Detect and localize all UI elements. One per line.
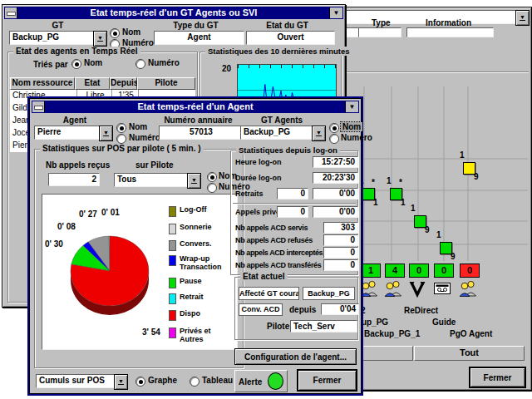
legend-item: Convers. xyxy=(169,239,235,251)
agent-icon[interactable] xyxy=(359,278,381,300)
resource-label: Guide xyxy=(432,318,456,327)
agent-icon[interactable] xyxy=(458,278,480,300)
agent-combobox[interactable]: Pierre xyxy=(34,126,104,140)
gt-combobox-arrow-icon[interactable] xyxy=(93,31,107,47)
titlebar-dropdown-icon[interactable]: ▼ xyxy=(345,101,358,112)
agent-combobox-arrow-icon[interactable] xyxy=(99,126,113,141)
yaxis-max-label: 20 xyxy=(222,64,231,73)
node-top-count: 1 xyxy=(436,230,441,239)
pie-label-convers: 0' 27 xyxy=(79,209,97,219)
stat-label: Retraits xyxy=(235,190,264,198)
redirect-icon[interactable] xyxy=(407,278,429,300)
cumuls-combobox[interactable]: Cumuls sur POS xyxy=(36,374,119,388)
agent-nom-radio[interactable] xyxy=(116,123,126,133)
depuis-value: 0'04 xyxy=(321,303,359,315)
legend-item: Dispo xyxy=(169,309,235,321)
legend-swatch-logoff xyxy=(169,206,176,217)
col-nom-ressource[interactable]: Nom ressource xyxy=(10,77,75,90)
legend-swatch-wrapup xyxy=(169,255,176,266)
annuaire-value: 57013 xyxy=(159,126,244,140)
etat-conv-box: Conv. ACD xyxy=(239,303,283,316)
stat-value: 0'00 xyxy=(313,206,358,218)
stats-group-title: Statistiques des 10 dernières minutes xyxy=(205,47,352,56)
stat-label: Nb appels ACD interceptés xyxy=(235,249,323,257)
window-agent-realtime: Etat temps-réel d'un Agent ▼ Agent Pierr… xyxy=(29,98,362,394)
group-divider xyxy=(233,203,356,204)
node-bottom-count: 9 xyxy=(474,172,479,181)
pilote-combobox-arrow-icon[interactable] xyxy=(187,173,201,189)
type-gt-value: Agent xyxy=(154,31,244,45)
stat-label: Heure log-on xyxy=(235,158,282,166)
gt-agents-combobox-arrow-icon[interactable] xyxy=(312,126,326,141)
stat-count: 0 xyxy=(277,206,308,218)
logon-stats-group: Statistiques depuis log-on Heure log-on … xyxy=(230,150,358,275)
node-top-count: 1 xyxy=(460,150,465,160)
pilote-nom-radio[interactable] xyxy=(207,172,217,182)
queue-counter: 1 xyxy=(361,264,381,278)
gt-label: GT xyxy=(9,21,106,30)
logon-group-title: Statistiques depuis log-on xyxy=(236,145,340,155)
nb-recus-label: Nb appels reçus xyxy=(46,160,110,170)
legend-item: Privés et Autres xyxy=(169,327,235,343)
titlebar-agent[interactable]: Etat temps-réel d'un Agent ▼ xyxy=(32,101,359,113)
agent-icon[interactable] xyxy=(383,278,405,300)
gtagents-nom-radio[interactable] xyxy=(329,123,339,133)
node-top-count: 1 xyxy=(411,204,416,213)
etat-actuel-title: Etat actuel xyxy=(240,272,288,281)
titlebar-dropdown-icon[interactable]: ▼ xyxy=(329,7,342,18)
gt-combobox[interactable]: Backup_PG xyxy=(9,31,98,45)
titlebar-gt[interactable]: Etat temps-réel d'un GT Agents ou SVI ▼ xyxy=(4,7,343,19)
gtagents-numero-label: Numéro xyxy=(341,133,372,142)
col-etat[interactable]: Etat xyxy=(75,77,110,90)
depuis-label: depuis xyxy=(289,305,316,314)
queue-counter: 0 xyxy=(409,264,429,278)
col-pilote[interactable]: Pilote xyxy=(137,77,195,90)
etat-gt-value: Ouvert xyxy=(246,31,335,45)
legend-swatch-prives xyxy=(169,328,176,338)
legend-swatch-pause xyxy=(169,278,176,288)
cumuls-combobox-arrow-icon[interactable] xyxy=(114,374,128,390)
agent-label: Agent xyxy=(34,116,116,125)
gt-agents-combobox[interactable]: Backup_PG xyxy=(240,126,317,140)
stat-value: 15:27:50 xyxy=(313,156,358,168)
announcement-icon[interactable] xyxy=(432,278,454,300)
pie-label-sonnerie: 0' 01 xyxy=(101,208,120,217)
sort-numero-label: Numéro xyxy=(148,58,180,67)
sort-nom-label: Nom xyxy=(84,58,102,67)
pilote-numero-radio[interactable] xyxy=(207,183,217,193)
nb-recus-value: 2 xyxy=(48,173,100,186)
system-menu-icon[interactable] xyxy=(32,101,45,112)
pilote-combobox[interactable]: Tous xyxy=(114,173,192,187)
etat-actuel-group: Etat actuel Affecté GT courant Backup_PG… xyxy=(234,277,358,340)
fermer-button-overview[interactable]: Fermer xyxy=(470,367,525,387)
fermer-button-agent[interactable]: Fermer xyxy=(298,370,357,391)
queue-counter: 0 xyxy=(434,264,454,278)
col-depuis[interactable]: Depuis xyxy=(110,77,137,90)
sort-numero-radio[interactable] xyxy=(135,59,145,69)
node-top-count: 1 xyxy=(387,176,392,185)
stat-value: 303 xyxy=(323,222,358,234)
system-menu-icon[interactable] xyxy=(5,7,17,18)
legend-item: Pause xyxy=(169,277,235,288)
graphe-radio[interactable] xyxy=(135,377,145,387)
stat-count: 0 xyxy=(277,188,308,200)
call-flow-diagram: 191*11*11919140002ReDirectBackup_PGGuide… xyxy=(340,7,531,390)
agent-numero-radio[interactable] xyxy=(116,134,126,144)
etat-gt-label: Etat du GT xyxy=(246,21,328,30)
stat-label: Durée log-on xyxy=(235,174,282,182)
tableau-radio[interactable] xyxy=(190,377,200,387)
pos-group-title: Statistiques sur POS par pilote ( 5 min.… xyxy=(40,144,204,153)
gtagents-numero-radio[interactable] xyxy=(329,134,339,144)
sort-label: Triés par xyxy=(33,60,68,69)
gt-agents-label: GT Agents xyxy=(240,116,323,125)
node-bottom-count: 1 xyxy=(373,198,378,207)
gt-nom-radio[interactable] xyxy=(110,28,120,38)
pilote-label: Pilote xyxy=(267,322,289,331)
gt-courant-box: Backup_PG xyxy=(303,287,355,300)
stat-value: 0 xyxy=(323,247,358,259)
legend-swatch-sonnerie xyxy=(169,224,176,234)
tout-bar[interactable]: Tout xyxy=(414,346,525,361)
configuration-agent-button[interactable]: Configuration de l'agent... xyxy=(234,348,357,365)
sort-nom-radio[interactable] xyxy=(71,59,81,69)
pie-label-wrapup: 0' 08 xyxy=(57,222,76,231)
